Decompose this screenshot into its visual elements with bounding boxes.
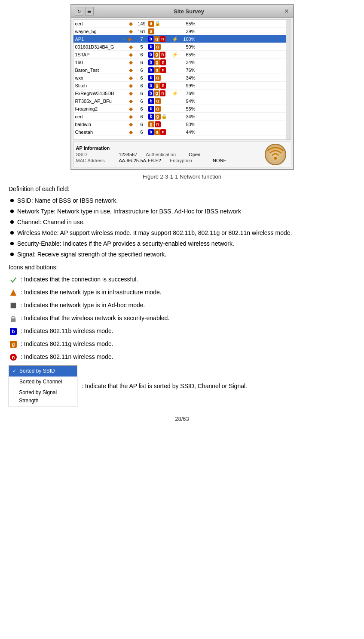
ap-channel: 6 bbox=[135, 122, 148, 127]
mode-badge-b: b bbox=[148, 67, 154, 73]
mode-badge-g: g bbox=[155, 98, 161, 104]
infra-icon: ◆ bbox=[129, 83, 133, 89]
mode-badge-g: g bbox=[155, 75, 161, 81]
ap-signal: 94% bbox=[178, 99, 196, 104]
mode-badge-g: g bbox=[154, 52, 159, 58]
ap-ssid: f-roaming2 bbox=[75, 106, 122, 111]
ap-mode-icons: bg bbox=[148, 106, 178, 112]
definition-heading: Definition of each field: bbox=[9, 184, 355, 194]
icon-item-b: b : Indicates 802.11b wireless mode. bbox=[9, 327, 355, 336]
icon-description: : Indicates the network type is in Ad-ho… bbox=[21, 301, 355, 310]
content-section: Definition of each field: SSID: Name of … bbox=[9, 184, 355, 407]
table-row[interactable]: cert ◆ 149 a🔒 55% bbox=[73, 20, 291, 28]
icon-items-container: : Indicates that the connection is succe… bbox=[9, 275, 355, 362]
ap-icons: ◆ bbox=[122, 121, 135, 127]
ap-info-section: AP Information SSID 1234567 Authenticati… bbox=[73, 142, 291, 167]
table-row[interactable]: ExRegNW3135DB ◆ 6 bgn⚡ 76% bbox=[73, 90, 291, 97]
enc-value: NONE bbox=[213, 158, 226, 163]
mode-badge-b: b bbox=[148, 114, 154, 120]
table-row[interactable]: Stitch ◆ 6 bgn 99% bbox=[73, 82, 291, 90]
table-row[interactable]: 001601D314B4_G ◆ 5 bg 50% bbox=[73, 43, 291, 51]
close-icon[interactable]: ✕ bbox=[284, 8, 289, 15]
table-row[interactable]: baldwin ◆ 6 gn 50% bbox=[73, 120, 291, 128]
mode-badge-n: n bbox=[160, 59, 166, 65]
site-survey-window: ↻ ☰ Site Survey ✕ cert ◆ 149 a🔒 55% wayn… bbox=[70, 4, 294, 170]
ap-signal: 65% bbox=[178, 52, 196, 57]
ap-icons: ◆ bbox=[122, 52, 135, 58]
mode-badge-n: n bbox=[160, 36, 165, 42]
infra-icon: ◆ bbox=[129, 52, 133, 58]
table-row[interactable]: cert ◆ 6 bg🔒 34% bbox=[73, 113, 291, 120]
ap-channel: 6 bbox=[135, 99, 148, 104]
sort-menu-label: Sorted by SSID bbox=[19, 367, 55, 375]
table-row[interactable]: AP1 ✓◆ 7 bgn⚡ 100% bbox=[73, 35, 291, 43]
sort-suffix: : Indicate that the AP list is sorted by… bbox=[82, 381, 355, 391]
figure-caption: Figure 2-3-1-1 Network function bbox=[143, 173, 221, 180]
ap-signal: 100% bbox=[178, 37, 196, 42]
ap-signal: 34% bbox=[178, 114, 196, 119]
table-row[interactable]: RT305x_AP_BFu ◆ 6 bg 94% bbox=[73, 97, 291, 105]
ap-mode-icons: bgn bbox=[148, 67, 178, 73]
ap-info-label: AP Information bbox=[76, 145, 258, 151]
table-row[interactable]: f-roaming2 ◆ 6 bg 55% bbox=[73, 105, 291, 113]
ap-mode-icons: bgn bbox=[148, 83, 178, 89]
ap-icons: ◆ bbox=[122, 129, 135, 135]
ap-icons: ✓◆ bbox=[122, 36, 135, 42]
ap-info-left: AP Information SSID 1234567 Authenticati… bbox=[76, 145, 258, 164]
infra-icon: ◆ bbox=[129, 129, 133, 135]
ap-channel: 149 bbox=[135, 21, 148, 26]
mode-badge-b: b bbox=[148, 44, 154, 50]
sort-menu-label: Sorted by Channel bbox=[19, 378, 62, 386]
sort-menu-item[interactable]: ✓Sorted by SSID bbox=[9, 366, 77, 377]
ap-channel: 6 bbox=[135, 68, 148, 73]
icon-infra bbox=[9, 288, 18, 297]
table-row[interactable]: Cheetah ◆ 6 bgn 44% bbox=[73, 128, 291, 136]
list-item: Channel: Channel in use. bbox=[9, 218, 355, 227]
mode-badge-g: g bbox=[154, 83, 160, 89]
sort-menu-item[interactable]: Sorted by Channel bbox=[9, 377, 77, 387]
ap-signal: 44% bbox=[178, 130, 196, 135]
icon-item-infra: : Indicates the network type is in infra… bbox=[9, 288, 355, 297]
ap-mode-icons: bgn bbox=[148, 129, 178, 135]
mode-badge-n: n bbox=[160, 83, 166, 89]
ap-signal: 50% bbox=[178, 44, 196, 49]
list-icon[interactable]: ☰ bbox=[85, 7, 94, 15]
infra-icon: ◆ bbox=[129, 98, 133, 104]
svg-marker-1 bbox=[10, 290, 16, 296]
infra-icon: ◆ bbox=[129, 90, 133, 96]
ap-channel: 7 bbox=[135, 37, 148, 42]
scrollbar[interactable] bbox=[286, 20, 291, 139]
refresh-icon[interactable]: ↻ bbox=[75, 7, 83, 15]
ap-ssid: 1STAP bbox=[75, 52, 122, 57]
ap-mode-icons: bg bbox=[148, 44, 178, 50]
ap-icons: ◆ bbox=[122, 106, 135, 112]
sort-menu: ✓Sorted by SSIDSorted by ChannelSorted b… bbox=[9, 365, 77, 407]
enc-label: Encryption bbox=[170, 158, 204, 163]
ap-icons: ◆ bbox=[122, 28, 135, 34]
icon-description: : Indicates that the connection is succe… bbox=[21, 275, 355, 284]
table-row[interactable]: 160 ◆ 6 bgn 34% bbox=[73, 59, 291, 66]
icon-description: : Indicates 802.11g wireless mode. bbox=[21, 340, 355, 349]
list-item: Network Type: Network type in use, Infra… bbox=[9, 207, 355, 216]
ap-ssid: Cheetah bbox=[75, 130, 122, 135]
ap-signal: 39% bbox=[178, 29, 196, 34]
table-row[interactable]: 1STAP ◆ 6 bgn⚡ 65% bbox=[73, 51, 291, 59]
ap-ssid: 001601D314B4_G bbox=[75, 44, 122, 49]
table-row[interactable]: Baron_Test ◆ 6 bgn 76% bbox=[73, 66, 291, 74]
table-row[interactable]: wayne_5g ◆ 161 a 39% bbox=[73, 28, 291, 35]
ap-list-area[interactable]: cert ◆ 149 a🔒 55% wayne_5g ◆ 161 a 39% A… bbox=[73, 19, 291, 140]
lightning-icon: ⚡ bbox=[172, 90, 178, 96]
table-row[interactable]: wxx ◆ 6 bg 34% bbox=[73, 74, 291, 82]
ap-icons: ◆ bbox=[122, 21, 135, 27]
bullet-dot bbox=[10, 242, 14, 245]
sort-menu-item[interactable]: Sorted by Signal Strength bbox=[9, 387, 77, 406]
ap-ssid: 160 bbox=[75, 60, 122, 65]
mode-badge-b: b bbox=[148, 36, 154, 42]
mode-badge-b: b bbox=[148, 75, 154, 81]
icon-item-g: g : Indicates 802.11g wireless mode. bbox=[9, 340, 355, 349]
mode-badge-g: g bbox=[155, 114, 161, 120]
ap-ssid: cert bbox=[75, 114, 122, 119]
ap-mode-icons: bg bbox=[148, 98, 178, 104]
ap-channel: 6 bbox=[135, 52, 148, 57]
infra-icon: ◆ bbox=[129, 59, 133, 65]
